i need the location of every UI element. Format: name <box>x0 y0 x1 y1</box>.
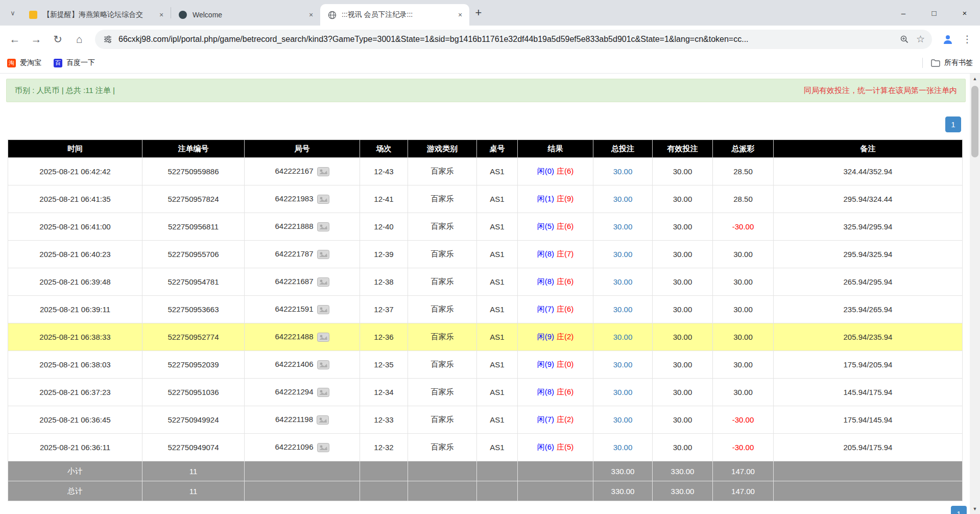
round-preview-icon[interactable] <box>317 250 329 259</box>
column-header: 总派彩 <box>713 140 774 158</box>
total-bet-cell[interactable]: 30.00 <box>593 434 653 461</box>
footer-empty-round <box>245 481 360 501</box>
minimize-button[interactable]: – <box>888 0 919 26</box>
total-bet-cell[interactable]: 30.00 <box>593 296 653 323</box>
round-preview-icon[interactable] <box>317 415 329 425</box>
payout-cell: 30.00 <box>713 351 774 379</box>
table-no-cell: AS1 <box>477 296 518 323</box>
close-button[interactable]: × <box>949 0 980 26</box>
tab-welcome[interactable]: Welcome × <box>171 4 320 26</box>
tab-title: :::视讯 会员下注纪录::: <box>342 10 452 19</box>
bookmark-baidu[interactable]: 百 百度一下 <box>54 58 95 67</box>
game-type-cell: 百家乐 <box>408 185 477 213</box>
page-scrollbar[interactable]: ▲ ▼ <box>970 74 980 514</box>
bet-id-cell: 522750956811 <box>142 213 245 241</box>
round-preview-icon[interactable] <box>317 195 329 204</box>
remark-cell: 145.94/175.94 <box>774 379 963 406</box>
valid-bet-cell: 30.00 <box>653 158 713 185</box>
bookmark-star-icon[interactable]: ☆ <box>916 33 925 45</box>
valid-bet-cell: 30.00 <box>653 296 713 323</box>
bet-table-body: 2025-08-21 06:42:42522750959886642222167… <box>8 158 963 501</box>
result-cell: 闲(5)庄(6) <box>518 213 593 241</box>
time-cell: 2025-08-21 06:41:35 <box>8 185 142 213</box>
bookmark-taobao[interactable]: 淘 爱淘宝 <box>7 58 41 67</box>
pagination-bottom-button[interactable]: 1 <box>951 506 967 514</box>
round-preview-icon[interactable] <box>317 333 329 342</box>
round-preview-icon[interactable] <box>317 222 329 231</box>
home-icon[interactable]: ⌂ <box>68 29 90 50</box>
round-preview-icon[interactable] <box>317 388 329 397</box>
player-result: 闲(5) <box>537 222 554 230</box>
table-no-cell: AS1 <box>477 268 518 296</box>
table-row: 2025-08-21 06:36:11522750949074642221096… <box>8 434 963 461</box>
session-cell: 12-35 <box>360 351 408 379</box>
refresh-icon[interactable]: ↻ <box>47 29 68 50</box>
new-tab-button[interactable]: + <box>469 4 488 22</box>
player-result: 闲(9) <box>537 360 554 368</box>
profile-icon[interactable] <box>937 29 959 50</box>
table-no-cell: AS1 <box>477 434 518 461</box>
bookmark-label: 爱淘宝 <box>20 58 41 67</box>
round-preview-icon[interactable] <box>317 305 329 314</box>
round-preview-icon[interactable] <box>317 443 329 452</box>
total-bet-cell[interactable]: 30.00 <box>593 406 653 434</box>
nav-bar: ← → ↻ ⌂ 66cxkj98.com/ipl/portal.php/game… <box>0 26 980 53</box>
column-header: 备注 <box>774 140 963 158</box>
address-bar[interactable]: 66cxkj98.com/ipl/portal.php/game/betreco… <box>95 30 932 49</box>
forward-icon[interactable]: → <box>26 29 47 50</box>
table-no-cell: AS1 <box>477 379 518 406</box>
result-cell: 闲(8)庄(7) <box>518 241 593 268</box>
banker-result: 庄(6) <box>557 305 573 313</box>
footer-count: 11 <box>142 481 245 501</box>
currency-summary: 币别 : 人民币 | 总共 :11 注单 | <box>15 86 115 96</box>
bet-id-cell: 522750949074 <box>142 434 245 461</box>
tab-close-icon[interactable]: × <box>156 10 166 20</box>
table-no-cell: AS1 <box>477 241 518 268</box>
footer-empty-table <box>477 461 518 481</box>
total-bet-cell[interactable]: 30.00 <box>593 213 653 241</box>
round-number: 642221198 <box>275 415 313 424</box>
payout-cell: 30.00 <box>713 241 774 268</box>
game-type-cell: 百家乐 <box>408 241 477 268</box>
maximize-button[interactable]: □ <box>919 0 949 26</box>
total-bet-cell[interactable]: 30.00 <box>593 241 653 268</box>
page-1-button[interactable]: 1 <box>945 116 961 132</box>
total-bet-cell[interactable]: 30.00 <box>593 268 653 296</box>
footer-empty-table <box>477 481 518 501</box>
total-bet-cell[interactable]: 30.00 <box>593 379 653 406</box>
result-cell: 闲(8)庄(6) <box>518 268 593 296</box>
payout-cell: 30.00 <box>713 323 774 351</box>
tab-forum[interactable]: 【新提醒】海燕策略论坛综合交 × <box>21 4 171 26</box>
tab-close-icon[interactable]: × <box>306 10 316 20</box>
banker-result: 庄(0) <box>557 360 573 368</box>
round-cell: 642221787 <box>245 241 360 268</box>
total-bet-cell[interactable]: 30.00 <box>593 351 653 379</box>
round-preview-icon[interactable] <box>317 277 329 287</box>
scroll-up-icon[interactable]: ▲ <box>970 74 980 84</box>
time-cell: 2025-08-21 06:36:11 <box>8 434 142 461</box>
footer-valid-bet: 330.00 <box>653 481 713 501</box>
round-preview-icon[interactable] <box>317 360 329 369</box>
scrollbar-thumb[interactable] <box>971 86 978 157</box>
result-cell: 闲(8)庄(6) <box>518 379 593 406</box>
total-bet-cell[interactable]: 30.00 <box>593 185 653 213</box>
total-bet-cell[interactable]: 30.00 <box>593 323 653 351</box>
all-bookmarks[interactable]: 所有书签 <box>922 58 973 68</box>
tab-search-icon[interactable]: ∨ <box>4 0 21 26</box>
menu-icon[interactable]: ⋮ <box>959 29 976 50</box>
total-bet-cell[interactable]: 30.00 <box>593 158 653 185</box>
back-icon[interactable]: ← <box>4 29 26 50</box>
round-preview-icon[interactable] <box>317 167 329 176</box>
table-row: 2025-08-21 06:40:23522750955706642221787… <box>8 241 963 268</box>
url-text[interactable]: 66cxkj98.com/ipl/portal.php/game/betreco… <box>118 35 899 44</box>
game-type-cell: 百家乐 <box>408 379 477 406</box>
taobao-icon: 淘 <box>7 59 16 67</box>
remark-cell: 175.94/205.94 <box>774 351 963 379</box>
folder-icon <box>931 59 940 67</box>
zoom-icon[interactable] <box>899 35 910 44</box>
valid-bet-cell: 30.00 <box>653 241 713 268</box>
site-settings-icon[interactable] <box>102 35 113 44</box>
scroll-down-icon[interactable]: ▼ <box>970 504 980 514</box>
tab-bet-records-active[interactable]: :::视讯 会员下注纪录::: × <box>320 4 469 26</box>
tab-close-icon[interactable]: × <box>455 10 465 20</box>
